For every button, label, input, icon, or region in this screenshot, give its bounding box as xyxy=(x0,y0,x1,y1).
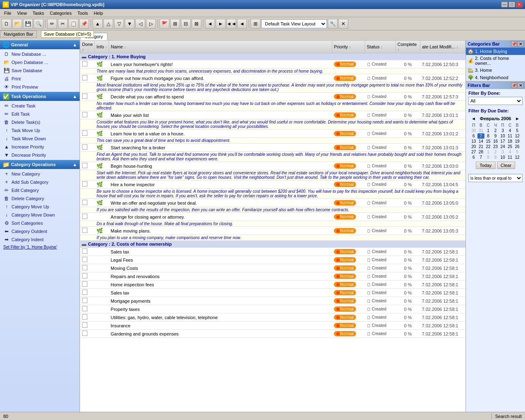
tb-find[interactable]: 🔍 xyxy=(34,19,43,29)
cal-day[interactable]: 9 xyxy=(492,133,499,139)
done-checkbox[interactable] xyxy=(82,75,87,80)
task-name[interactable]: Hire a home inspector xyxy=(109,180,332,189)
sidebar-item-edit-task[interactable]: ✏ Edit Task xyxy=(0,110,80,118)
sidebar-item-decrease-priority[interactable]: ▼ Decrease Priority xyxy=(0,151,80,159)
close-button[interactable]: ✕ xyxy=(516,2,523,7)
cal-prev[interactable]: ◄ xyxy=(470,116,477,121)
task-name[interactable]: Make your wish list xyxy=(109,111,332,119)
done-checkbox[interactable] xyxy=(82,314,87,320)
menu-categories[interactable]: Categories xyxy=(48,10,74,16)
cal-day[interactable]: 2 xyxy=(492,149,499,155)
task-name[interactable]: Begin house-hunting xyxy=(109,162,332,170)
tb-new[interactable]: 🗋 xyxy=(2,19,11,29)
task-name[interactable]: Make moving plans. xyxy=(109,227,332,235)
maximize-button[interactable]: □ xyxy=(509,2,515,7)
sidebar-item-cat-outdent[interactable]: ⬅ Category Outdent xyxy=(0,227,80,235)
cal-day[interactable]: 16 xyxy=(492,139,499,144)
done-checkbox[interactable] xyxy=(82,181,87,187)
sidebar-item-delete-category[interactable]: 🗑 Delete Category xyxy=(0,194,80,203)
done-checkbox[interactable] xyxy=(82,214,87,219)
cal-day[interactable]: 20 xyxy=(470,144,477,149)
done-checkbox[interactable] xyxy=(82,249,87,254)
cal-day[interactable]: 7 xyxy=(477,133,485,139)
layout-combo[interactable]: Default Task View Layout xyxy=(261,19,327,28)
done-checkbox[interactable] xyxy=(82,331,87,336)
th-name[interactable]: Name ↕ xyxy=(109,41,332,53)
th-info[interactable]: Info ↑ xyxy=(95,41,109,53)
th-complete[interactable]: Complete ↕ xyxy=(396,41,420,53)
cal-next[interactable]: ► xyxy=(514,116,521,121)
sidebar-item-increase-priority[interactable]: ▲ Increase Priority xyxy=(0,143,80,151)
cal-day[interactable]: 14 xyxy=(477,139,485,144)
cal-day[interactable]: 8 xyxy=(484,155,492,160)
cal-day[interactable]: 1 xyxy=(484,128,492,133)
cal-day[interactable]: 9 xyxy=(492,155,499,160)
done-checkbox[interactable] xyxy=(82,163,87,168)
cal-day[interactable]: 10 xyxy=(499,155,507,160)
cal-day[interactable]: 11 xyxy=(507,155,514,160)
cal-day[interactable]: 31 xyxy=(477,128,485,133)
cat-item-2[interactable]: 💰2. Costs of home owner... xyxy=(466,55,525,66)
sidebar-item-add-sub-category[interactable]: + Add Sub Category xyxy=(0,178,80,186)
cat-item-1[interactable]: 🏠1. Home Buying xyxy=(466,48,525,55)
th-done[interactable]: Done ↕ xyxy=(80,41,95,53)
tb-layout2[interactable]: 🔧 xyxy=(328,19,338,29)
tb-arr2[interactable]: ▷ xyxy=(146,19,156,29)
cal-day[interactable]: 26 xyxy=(514,144,521,149)
filter-bar-close[interactable]: ✕ xyxy=(518,82,523,88)
tb-paste[interactable]: 📌 xyxy=(79,19,89,29)
task-name[interactable]: Home inspection fees xyxy=(109,281,332,289)
tb-open[interactable]: 📂 xyxy=(12,19,22,29)
tb-flag[interactable]: 🚩 xyxy=(160,19,169,29)
cal-day[interactable]: 1 xyxy=(484,149,492,155)
tb-nav3[interactable]: ◄◄ xyxy=(226,19,236,29)
done-checkbox[interactable] xyxy=(82,228,87,233)
task-name[interactable]: Gardening and grounds expenses xyxy=(109,330,332,338)
sidebar-taskops-header[interactable]: ✅ Task Operations ▲ xyxy=(0,92,80,101)
tb-save[interactable]: 💾 xyxy=(23,19,33,29)
done-checkbox[interactable] xyxy=(82,94,87,99)
done-checkbox[interactable] xyxy=(82,144,87,150)
tb-close[interactable]: ✕ xyxy=(338,19,348,29)
task-name[interactable]: Sales tax xyxy=(109,289,332,297)
cal-day[interactable]: 8 xyxy=(484,133,492,139)
cal-day[interactable]: 17 xyxy=(499,139,507,144)
task-name[interactable]: Write an offer and negotiate your best d… xyxy=(109,199,332,207)
th-status[interactable]: Status ↕ xyxy=(365,41,396,53)
tb-nav4[interactable]: ◄ xyxy=(237,19,247,29)
cal-day[interactable]: 23 xyxy=(492,144,499,149)
task-name[interactable]: Legal Fees xyxy=(109,256,332,264)
filter-date-combo[interactable]: is less than or equal to xyxy=(468,174,523,182)
tb-copy[interactable]: 📋 xyxy=(68,19,78,29)
sidebar-general-header[interactable]: 🌐 General ▲ xyxy=(0,40,80,49)
task-name[interactable]: Learn how to set a value on a house. xyxy=(109,130,332,138)
cat-bar-pin[interactable]: 📌 xyxy=(511,41,517,47)
task-name[interactable]: Sales tax xyxy=(109,248,332,256)
done-checkbox[interactable] xyxy=(82,273,87,278)
sidebar-item-new-category[interactable]: + New Category xyxy=(0,170,80,178)
done-checkbox[interactable] xyxy=(82,265,87,270)
cal-day[interactable]: 11 xyxy=(507,133,514,139)
cal-day[interactable]: 25 xyxy=(507,144,514,149)
task-name[interactable]: Start searching for a broker xyxy=(109,144,332,152)
task-name[interactable]: Moving Costs xyxy=(109,264,332,272)
cat-item-4[interactable]: 🌳4. Neighborhood xyxy=(466,74,525,81)
cal-day[interactable]: 7 xyxy=(477,155,485,160)
cal-day[interactable]: 19 xyxy=(514,139,521,144)
minimize-button[interactable]: — xyxy=(501,2,508,7)
tb-arr1[interactable]: ◁ xyxy=(135,19,145,29)
task-name[interactable]: Utilities: gas, hydro, water, cable tele… xyxy=(109,313,332,322)
cal-day[interactable]: 3 xyxy=(499,149,507,155)
cat-item-3[interactable]: 🏡3. Home xyxy=(466,66,525,74)
sidebar-item-cat-move-down[interactable]: ↓ Category Move Down xyxy=(0,211,80,219)
expand-cat-btn[interactable]: ▬ xyxy=(82,242,87,247)
cal-day[interactable]: 10 xyxy=(499,133,507,139)
th-date[interactable]: ate Last Modifi... ↕ xyxy=(420,41,466,53)
tb-cat1[interactable]: ⊞ xyxy=(170,19,180,29)
sidebar-item-cat-indent[interactable]: ➡ Category Indent xyxy=(0,235,80,244)
tb-edit[interactable]: ✏ xyxy=(47,19,57,29)
cal-day[interactable]: 27 xyxy=(470,149,477,155)
tb-nav2[interactable]: ► xyxy=(216,19,226,29)
cal-day[interactable]: 2 xyxy=(492,128,499,133)
task-name[interactable]: Insurance xyxy=(109,322,332,330)
